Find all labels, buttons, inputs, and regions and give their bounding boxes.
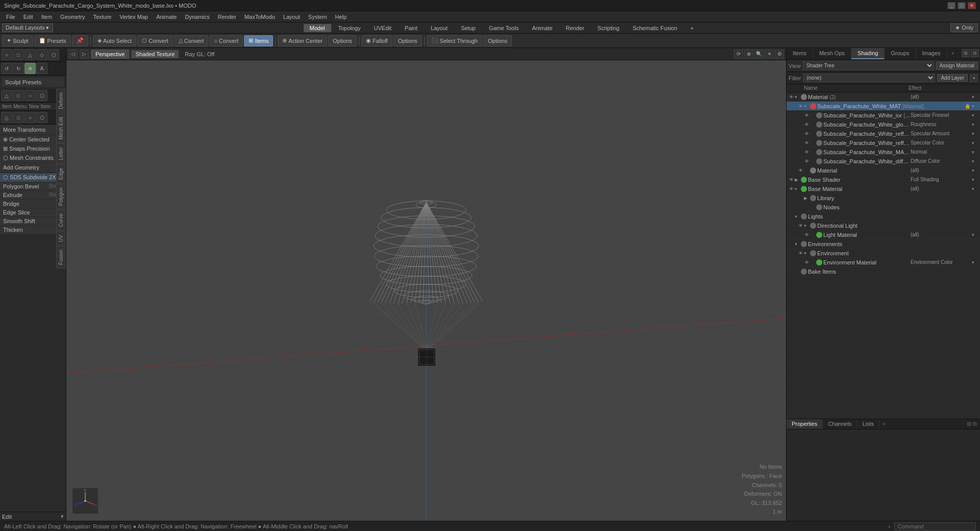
eye-base-shader[interactable]: 👁 — [788, 176, 795, 183]
chevron-gloss[interactable]: ▾ — [972, 122, 979, 127]
eye-light-mat[interactable]: 👁 — [803, 231, 810, 238]
tool-icon-text[interactable]: A — [36, 63, 47, 74]
convert-btn-2[interactable]: △ Convert — [174, 35, 209, 46]
viewport-shading-label[interactable]: Shaded Texture — [131, 50, 179, 58]
st-row-ior[interactable]: 👁 Subscale_Parachute_White_ior [Image] S… — [787, 111, 980, 120]
eye-bump[interactable]: 👁 — [803, 149, 810, 156]
arrow-subscale-mat[interactable]: ▾ — [804, 104, 809, 109]
tab-plus[interactable]: + — [684, 24, 700, 32]
eye-gloss[interactable]: 👁 — [803, 121, 810, 128]
menu-layout[interactable]: Layout — [279, 13, 304, 21]
eye-refl1[interactable]: 👁 — [803, 130, 810, 137]
presets-expand-button[interactable]: 📌 — [72, 35, 88, 46]
eye-environment[interactable]: 👁 — [797, 250, 804, 257]
viewport-raygl-label[interactable]: Ray GL: Off — [181, 50, 218, 58]
eye-diffuse[interactable]: 👁 — [803, 158, 810, 165]
rp-icon-detach[interactable]: ⧉ — [971, 49, 979, 57]
assign-material-button[interactable]: Assign Material — [936, 62, 978, 69]
viewport-icon-settings[interactable]: ⚙ — [775, 50, 784, 59]
menu-file[interactable]: File — [2, 13, 19, 21]
st-row-gloss[interactable]: 👁 Subscale_Parachute_White_glossines [Im… — [787, 120, 980, 129]
arrow-environment[interactable]: ▾ — [804, 251, 809, 256]
menu-maxtomode[interactable]: MaxToModo — [240, 13, 279, 21]
chevron-bump[interactable]: ▾ — [972, 150, 979, 155]
viewport-tab-perspective[interactable]: Perspective — [91, 50, 129, 59]
rp-tab-images[interactable]: Images — [916, 48, 947, 59]
st-row-env-mat[interactable]: 👁 Environment Material Environment Color… — [787, 258, 980, 267]
chevron-refl2[interactable]: ▾ — [972, 140, 979, 146]
menu-edit[interactable]: Edit — [19, 13, 37, 21]
tab-scripting[interactable]: Scripting — [592, 24, 626, 32]
vtab-curve[interactable]: Curve — [56, 210, 66, 231]
st-row-bump[interactable]: 👁 Subscale_Parachute_White_MAT_bump_bak.… — [787, 148, 980, 157]
convert-btn-1[interactable]: ⬡ Convert — [137, 35, 173, 46]
tool-icon-rotate-ccw[interactable]: ↺ — [1, 63, 12, 74]
arrow-base-shader[interactable]: ▶ — [795, 177, 800, 182]
options-btn-1[interactable]: Options — [328, 35, 357, 46]
st-row-dir-light[interactable]: 👁 ▾ Directional Light — [787, 221, 980, 230]
chevron-base-material[interactable]: ▾ — [972, 186, 979, 191]
rp-tab-groups[interactable]: Groups — [885, 48, 916, 59]
only-button[interactable]: ★ Only — [950, 23, 978, 32]
rp-tab-mesh-ops[interactable]: Mesh Ops — [813, 48, 851, 59]
st-row-bake-items[interactable]: Bake Items — [787, 267, 980, 276]
brp-expand-icon[interactable]: ⊞ ⧉ — [964, 419, 980, 429]
vtab-mesh-edit[interactable]: Mesh Edit — [56, 113, 66, 143]
layout-dropdown[interactable]: Default Layouts ▾ — [2, 23, 53, 32]
viewport-icon-refresh[interactable]: ⟳ — [734, 50, 743, 59]
brp-tab-properties[interactable]: Properties — [787, 419, 823, 429]
eye-base-material[interactable]: 👁 — [788, 185, 795, 192]
tool-icon-triangle[interactable]: △ — [24, 49, 36, 60]
st-row-diffuse[interactable]: 👁 Subscale_Parachute_White_diffuse [Imag… — [787, 157, 980, 166]
minimize-button[interactable]: _ — [947, 2, 955, 9]
tab-animate[interactable]: Animate — [526, 24, 558, 32]
st-row-refl2[interactable]: 👁 Subscale_Parachute_White_refflection [… — [787, 138, 980, 148]
st-row-material2[interactable]: 👁 Material (all) ▾ — [787, 166, 980, 175]
eye-subscale-mat[interactable]: 👁 — [797, 103, 804, 110]
menu-geometry[interactable]: Geometry — [56, 13, 89, 21]
eye-material[interactable]: 👁 — [788, 93, 795, 101]
menu-dynamics[interactable]: Dynamics — [181, 13, 213, 21]
chevron-material[interactable]: ▾ — [972, 94, 979, 100]
sculpt-button[interactable]: ✦ Sculpt — [2, 35, 33, 46]
viewport-icon-search[interactable]: 🔍 — [754, 50, 764, 59]
command-input[interactable] — [894, 522, 976, 530]
menu-render[interactable]: Render — [214, 13, 240, 21]
item-icon-1[interactable]: △ — [1, 90, 12, 101]
falloff-button[interactable]: ◉ Falloff — [361, 35, 393, 46]
chevron-base-shader[interactable]: ▾ — [972, 177, 979, 182]
brp-tab-plus[interactable]: + — [879, 419, 889, 429]
tab-schematic-fusion[interactable]: Schematic Fusion — [626, 24, 683, 32]
brp-tab-lists[interactable]: Lists — [857, 419, 880, 429]
viewport-nav-next[interactable]: ▷ — [80, 50, 89, 59]
geo-icon-3[interactable]: ○ — [24, 112, 36, 123]
add-layer-button[interactable]: Add Layer — [937, 74, 968, 82]
tab-paint[interactable]: Paint — [399, 24, 424, 32]
rp-tab-shading[interactable]: Shading — [851, 48, 885, 59]
lock-subscale-mat[interactable]: 🔒 — [965, 104, 972, 109]
brp-tab-channels[interactable]: Channels — [823, 419, 857, 429]
eye-env-mat[interactable]: 👁 — [803, 259, 810, 266]
rp-icon-expand[interactable]: ⊞ — [962, 49, 970, 57]
st-row-light-mat[interactable]: 👁 Light Material (all) ▾ — [787, 230, 980, 239]
action-center-button[interactable]: ⊕ Action Center — [278, 35, 327, 46]
eye-ior[interactable]: 👁 — [803, 112, 810, 119]
tool-icon-circle[interactable]: ○ — [1, 49, 12, 60]
tab-render[interactable]: Render — [560, 24, 591, 32]
st-row-lights[interactable]: ▾ Lights — [787, 212, 980, 221]
eye-material2[interactable]: 👁 — [797, 167, 804, 174]
arrow-material[interactable]: ▾ — [795, 94, 800, 100]
tool-icon-diamond[interactable]: ◇ — [36, 49, 47, 60]
eye-refl2[interactable]: 👁 — [803, 139, 810, 147]
tab-setup[interactable]: Setup — [455, 24, 482, 32]
geo-icon-1[interactable]: △ — [1, 112, 12, 123]
geo-icon-2[interactable]: □ — [13, 112, 24, 123]
tool-icon-move[interactable]: ✥ — [24, 63, 36, 74]
viewport-nav-prev[interactable]: ◁ — [68, 50, 78, 59]
auto-select-button[interactable]: ◈ Auto Select — [93, 35, 136, 46]
tool-icon-penta[interactable]: ⬡ — [48, 49, 59, 60]
tool-icon-rotate-cw[interactable]: ↻ — [13, 63, 24, 74]
st-row-material[interactable]: 👁 ▾ Material (2) (all) ▾ — [787, 92, 980, 102]
tool-icon-square[interactable]: □ — [13, 49, 24, 60]
arrow-dir-light[interactable]: ▾ — [804, 223, 809, 228]
